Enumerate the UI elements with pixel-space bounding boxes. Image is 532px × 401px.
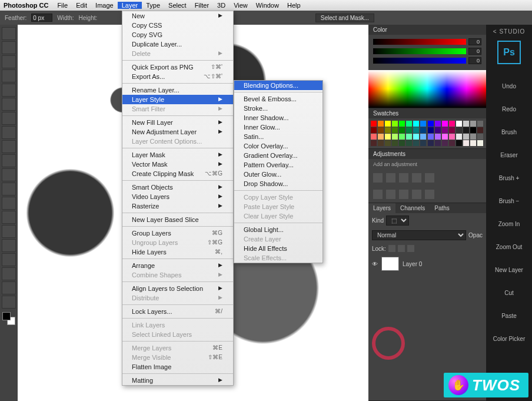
eraser-tool[interactable]	[2, 168, 16, 181]
dodge-tool[interactable]	[2, 211, 16, 224]
swatch[interactable]	[399, 121, 405, 127]
red-slider[interactable]	[373, 39, 466, 45]
gradient-tool[interactable]	[2, 183, 16, 195]
menubar-item-file[interactable]: File	[53, 2, 72, 9]
swatch[interactable]	[399, 127, 405, 133]
menubar-item-select[interactable]: Select	[164, 2, 191, 9]
layer-menu-quick-export-as-png[interactable]: Quick Export as PNG⇧⌘'	[122, 62, 233, 72]
exposure-icon[interactable]	[412, 173, 421, 183]
foreground-background-colors[interactable]	[2, 312, 15, 325]
select-and-mask-button[interactable]: Select and Mask...	[315, 14, 374, 22]
color-spectrum[interactable]	[368, 70, 486, 108]
swatch[interactable]	[435, 121, 441, 127]
swatch[interactable]	[463, 140, 469, 146]
swatch[interactable]	[442, 134, 448, 140]
layer-menu-flatten-image[interactable]: Flatten Image	[122, 362, 233, 372]
layer-menu-hide-layers[interactable]: Hide Layers⌘,	[122, 247, 233, 257]
swatch[interactable]	[413, 127, 419, 133]
shape-tool[interactable]	[2, 267, 16, 280]
swatch[interactable]	[477, 140, 483, 146]
style-menu-bevel-emboss[interactable]: Bevel & Emboss...	[234, 94, 322, 104]
menubar-item-help[interactable]: Help	[283, 2, 305, 9]
studio-cut[interactable]: Cut	[493, 281, 525, 304]
swatch[interactable]	[428, 127, 434, 133]
menubar-item-window[interactable]: Window	[252, 2, 283, 9]
clone-stamp-tool[interactable]	[2, 140, 16, 153]
history-brush-tool[interactable]	[2, 154, 16, 167]
swatch[interactable]	[463, 127, 469, 133]
menubar-item-layer[interactable]: Layer	[118, 2, 142, 9]
swatch[interactable]	[378, 134, 384, 140]
swatch[interactable]	[378, 121, 384, 127]
swatch[interactable]	[385, 121, 391, 127]
swatch[interactable]	[378, 140, 384, 146]
swatch[interactable]	[428, 121, 434, 127]
swatch[interactable]	[456, 140, 462, 146]
path-selection-tool[interactable]	[2, 253, 16, 266]
crop-tool[interactable]	[2, 84, 16, 97]
style-menu-outer-glow[interactable]: Outer Glow...	[234, 170, 322, 179]
lock-all-icon[interactable]	[407, 245, 414, 252]
red-value[interactable]: 0	[468, 38, 481, 45]
feather-input[interactable]	[31, 14, 52, 22]
layer-menu-layer-mask[interactable]: Layer Mask▶	[122, 150, 233, 160]
style-menu-satin[interactable]: Satin...	[234, 132, 322, 141]
lasso-tool[interactable]	[2, 55, 16, 68]
swatch[interactable]	[406, 121, 412, 127]
type-tool[interactable]	[2, 239, 16, 252]
swatch[interactable]	[399, 140, 405, 146]
studio-redo[interactable]: Redo	[493, 98, 525, 121]
swatch[interactable]	[477, 134, 483, 140]
swatch[interactable]	[463, 134, 469, 140]
layer-menu-smart-objects[interactable]: Smart Objects▶	[122, 183, 233, 192]
swatch[interactable]	[470, 134, 476, 140]
swatch[interactable]	[470, 127, 476, 133]
swatch[interactable]	[406, 127, 412, 133]
layer-menu-align-layers-to-selection[interactable]: Align Layers to Selection▶	[122, 284, 233, 293]
studio-paste[interactable]: Paste	[493, 304, 525, 327]
bw-icon[interactable]	[399, 190, 408, 199]
layer-menu-layer-style[interactable]: Layer Style▶	[122, 95, 233, 104]
swatch[interactable]	[378, 127, 384, 133]
blur-tool[interactable]	[2, 197, 16, 210]
swatch[interactable]	[435, 134, 441, 140]
menubar-item-view[interactable]: View	[230, 2, 252, 9]
blend-mode-select[interactable]: Normal	[372, 230, 466, 240]
paths-tab[interactable]: Paths	[430, 203, 454, 213]
layer-menu-new-layer-based-slice[interactable]: New Layer Based Slice	[122, 215, 233, 224]
menubar-item-type[interactable]: Type	[142, 2, 164, 9]
layers-tab[interactable]: Layers	[368, 203, 395, 213]
menubar-item-3d[interactable]: 3D	[213, 2, 230, 9]
studio-eraser[interactable]: Eraser	[493, 144, 525, 167]
layer-menu-group-layers[interactable]: Group Layers⌘G	[122, 228, 233, 238]
swatch[interactable]	[463, 121, 469, 127]
menubar-item-image[interactable]: Image	[91, 2, 118, 9]
swatch[interactable]	[392, 127, 398, 133]
swatch[interactable]	[449, 134, 455, 140]
swatch[interactable]	[449, 140, 455, 146]
blue-value[interactable]: 0	[468, 57, 481, 64]
layer-menu-lock-layers[interactable]: Lock Layers...⌘/	[122, 307, 233, 316]
style-menu-color-overlay[interactable]: Color Overlay...	[234, 141, 322, 151]
marquee-tool[interactable]	[2, 41, 16, 54]
pen-tool[interactable]	[2, 225, 16, 238]
swatch[interactable]	[420, 134, 426, 140]
green-slider[interactable]	[373, 48, 466, 54]
swatch[interactable]	[413, 140, 419, 146]
style-menu-hide-all-effects[interactable]: Hide All Effects	[234, 244, 322, 253]
color-balance-icon[interactable]	[386, 190, 395, 199]
swatch[interactable]	[371, 140, 377, 146]
channels-tab[interactable]: Channels	[395, 203, 430, 213]
swatch[interactable]	[435, 140, 441, 146]
style-menu-inner-shadow[interactable]: Inner Shadow...	[234, 113, 322, 122]
studio-zoom-out[interactable]: Zoom Out	[493, 236, 525, 259]
swatch[interactable]	[470, 140, 476, 146]
swatch[interactable]	[442, 127, 448, 133]
layer-menu-copy-css[interactable]: Copy CSS	[122, 21, 233, 30]
layer-thumbnail[interactable]	[381, 257, 399, 271]
style-menu-pattern-overlay[interactable]: Pattern Overlay...	[234, 160, 322, 170]
color-panel-tab[interactable]: Color	[368, 25, 486, 35]
swatch[interactable]	[371, 121, 377, 127]
studio-undo[interactable]: Undo	[493, 75, 525, 98]
swatch[interactable]	[392, 140, 398, 146]
